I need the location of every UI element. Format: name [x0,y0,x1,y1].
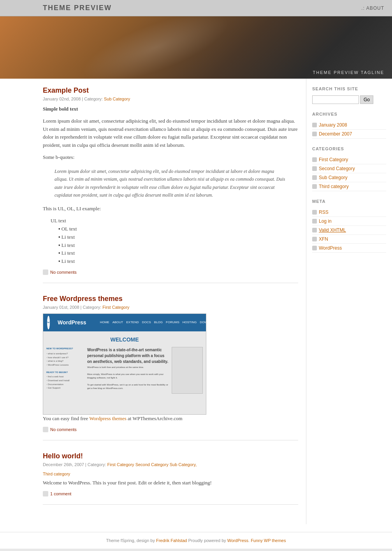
post-1-ul-text: UL text [51,218,66,224]
post-3-meta: December 26th, 2007 | Category: First Ca… [43,462,298,467]
cat-sub-link[interactable]: Sub Category [319,175,347,180]
cat-second-link[interactable]: Second Category [319,166,355,171]
category-item: Sub Category [312,173,386,182]
post-hello-world: Hello world! December 26th, 2007 | Categ… [43,452,298,505]
meta-list: RSS Log in Valid XHTML XFN WordPress [312,208,386,253]
post-3-cat2[interactable]: Second Category [135,462,169,467]
site-title: THEME PREVIEW [43,4,112,12]
search-heading: SEARCH THIS SITE [312,86,386,92]
wordpress-themes-link[interactable]: Wordpress themes [89,415,126,421]
post-3-cat3[interactable]: Sub Category, [170,462,197,467]
search-input[interactable] [312,95,359,104]
xhtml-link[interactable]: Valid XHTML [319,227,346,233]
wp-header: W WordPress HOME ABOUT EXTEND DOCS BLOG … [43,314,206,331]
sidebar-categories-section: CATEGORIES First Category Second Categor… [312,146,386,191]
footer-prefix: Theme fSpring, design by [106,538,156,543]
wordpress-link[interactable]: WordPress [319,245,342,251]
meta-item: RSS [312,208,386,217]
rss-link[interactable]: RSS [319,209,329,215]
comment-icon-3 [43,491,48,496]
post-1-bold: Simple bold text [43,106,78,112]
wordpress-screenshot: W WordPress HOME ABOUT EXTEND DOCS BLOG … [43,313,206,415]
list-item: Li text [58,241,298,250]
archive-item: December 2007 [312,130,386,139]
post-3-comments-link[interactable]: 1 comment [50,491,71,496]
footer-author-link[interactable]: Fredrik Fahlstad [156,538,187,543]
post-2-comments-link[interactable]: No comments [50,427,77,432]
search-button[interactable]: Go [360,95,373,104]
post-2-comments: No comments [43,427,298,432]
categories-list: First Category Second Category Sub Categ… [312,155,386,191]
list-item: Li text [58,257,298,266]
wp-logo: W [47,316,50,329]
post-3-content: Welcome to WordPress. This is your first… [43,479,298,487]
footer-mid: Proudly powered by [187,538,227,543]
list-item: Li text [58,233,298,241]
archive-jan-link[interactable]: January 2008 [319,122,347,128]
post-example: Example Post January 02nd, 2008 | Catego… [43,86,298,283]
comment-icon-2 [43,427,48,432]
list-item: OL text [58,225,298,233]
site-header: THEME PREVIEW .: ABOUT [0,0,392,16]
post-1-blockquote: Lorem ipsum dolor sit amet, consectetur … [51,165,290,201]
post-2-category-link[interactable]: First Category [102,305,129,310]
post-1-list-label: This is UL, OL, LI example: [43,205,298,213]
sidebar-search-section: SEARCH THIS SITE Go [312,86,386,104]
post-2-meta: January 01st, 2008 | Category: First Cat… [43,305,298,310]
post-3-cat1[interactable]: First Category [107,462,134,467]
meta-item: Log in [312,217,386,226]
banner-tagline: THEME PREVIEW TAGLINE [313,70,384,75]
footer-wordpress-link[interactable]: WordPress [227,538,248,543]
post-2-content: W WordPress HOME ABOUT EXTEND DOCS BLOG … [43,313,298,423]
post-2-body: You can easy find free Wordpress themes … [43,415,298,423]
cat-first-link[interactable]: First Category [319,157,348,162]
sidebar: SEARCH THIS SITE Go ARCHIVES January 200… [306,79,392,524]
main-content: Example Post January 02nd, 2008 | Catego… [0,79,306,524]
post-1-meta: January 02nd, 2008 | Category: Sub Categ… [43,97,298,101]
content-wrapper: Example Post January 02nd, 2008 | Catego… [0,79,392,532]
xfn-link[interactable]: XFN [319,236,328,242]
category-item: Third category [312,182,386,191]
post-3-body: Welcome to WordPress. This is your first… [43,479,298,487]
post-1-category-link[interactable]: Sub Category [104,97,130,101]
footer-funny-link[interactable]: Funny WP themes [251,538,286,543]
about-link[interactable]: .: ABOUT [361,5,384,11]
post-3-title: Hello world! [43,452,298,460]
search-form: Go [312,95,386,104]
post-1-comments: No comments [43,269,298,275]
post-1-title-link[interactable]: Example Post [43,86,89,94]
category-item: First Category [312,155,386,164]
categories-heading: CATEGORIES [312,146,386,152]
wp-body: WELCOME NEW TO WORDPRESS? ◦ what is word… [43,331,206,414]
post-3-cat-last[interactable]: Third category [43,472,70,476]
meta-heading: META [312,199,386,205]
login-link[interactable]: Log in [319,218,332,224]
post-2-title-link[interactable]: Free Wordpress themes [43,295,123,303]
archive-dec-link[interactable]: December 2007 [319,131,352,137]
sidebar-meta-section: META RSS Log in Valid XHTML XFN WordPres… [312,199,386,253]
wp-nav: HOME ABOUT EXTEND DOCS BLOG FORUMS HOSTI… [100,320,206,325]
header-nav[interactable]: .: ABOUT [361,5,384,11]
meta-item: XFN [312,235,386,244]
post-wordpress-themes: Free Wordpress themes January 01st, 2008… [43,295,298,440]
list-item: Li text [58,249,298,257]
site-banner: THEME PREVIEW TAGLINE [0,16,392,79]
post-1-bquote-label: Some b-quotes: [43,153,298,162]
site-footer: Theme fSpring, design by Fredrik Fahlsta… [0,532,392,549]
post-2-title: Free Wordpress themes [43,295,298,303]
sidebar-archives-section: ARCHIVES January 2008 December 2007 [312,112,386,139]
meta-item: WordPress [312,244,386,253]
post-3-title-link[interactable]: Hello world! [43,452,83,460]
post-1-title: Example Post [43,86,298,95]
post-1-comments-link[interactable]: No comments [50,270,77,275]
post-1-lists: UL text OL text Li text Li text Li text … [51,217,298,266]
post-1-ol: OL text Li text Li text Li text Li text [58,225,298,266]
post-1-body: Lorem ipsum dolor sit amet, consectetur … [43,117,298,150]
post-3-comments: 1 comment [43,491,298,496]
category-item: Second Category [312,164,386,173]
archive-item: January 2008 [312,121,386,130]
archives-list: January 2008 December 2007 [312,121,386,139]
post-1-content: Simple bold text Lorem ipsum dolor sit a… [43,105,298,266]
cat-third-link[interactable]: Third category [319,184,349,189]
archives-heading: ARCHIVES [312,112,386,118]
